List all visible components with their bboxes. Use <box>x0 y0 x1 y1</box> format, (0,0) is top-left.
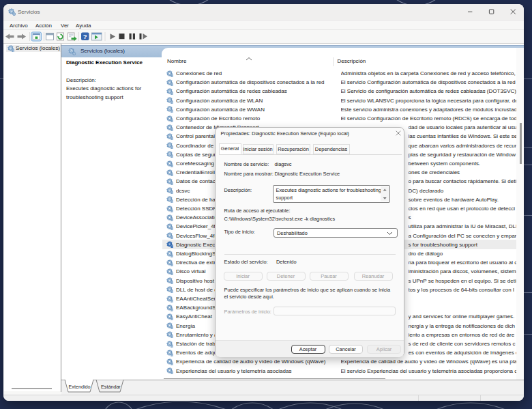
svg-text:Extendido: Extendido <box>69 384 91 390</box>
svg-text:Estándar: Estándar <box>101 384 121 390</box>
svg-text:?: ? <box>83 33 87 40</box>
